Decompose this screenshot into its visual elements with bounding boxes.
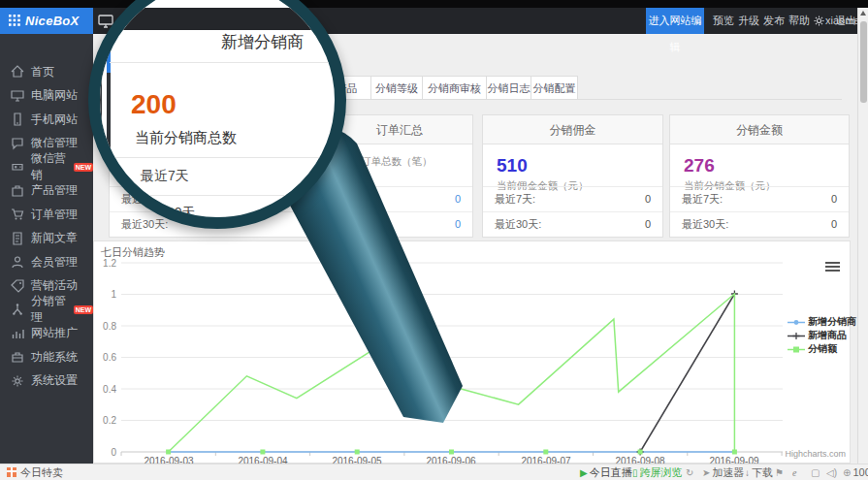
sidebar-item-mobile-site[interactable]: 手机网站 <box>0 108 93 132</box>
sidebar-item-products[interactable]: 产品管理 <box>0 179 93 204</box>
sidebar-item-settings[interactable]: 系统设置 <box>0 369 93 394</box>
new-badge: NEW <box>74 163 93 172</box>
sidebar-item-members[interactable]: 会员管理 <box>0 250 93 274</box>
magnified-card-title: 新增分销商 <box>177 31 346 53</box>
legend-item-new-distributors[interactable]: 新增分销商 <box>788 315 856 329</box>
card-order-summary: 订单汇总 当前订单总数（笔） 最近7天:0 最近30天:0 <box>326 114 473 238</box>
help-link[interactable]: 帮助 <box>787 8 812 34</box>
speaker-icon: ◁) <box>826 467 837 478</box>
logout-link[interactable]: 退出 <box>833 8 858 34</box>
highcharts-watermark: Highcharts.com <box>782 449 846 459</box>
magnified-topbar <box>88 8 346 30</box>
accelerator-button[interactable]: ➤加速器 <box>702 464 744 480</box>
desktop-icon <box>11 89 24 103</box>
tag-icon <box>11 279 24 293</box>
chart-legend: 新增分销商 新增商品 分销额 <box>788 315 856 356</box>
gamepad-icon <box>11 160 24 174</box>
scroll-up-arrow-icon[interactable] <box>860 11 866 16</box>
legend-square-icon <box>788 345 805 354</box>
sidebar-item-promotion[interactable]: 网站推广 <box>0 322 93 346</box>
card-title: 分销佣金 <box>483 115 662 144</box>
tab-distribution-levels[interactable]: 分销等级 <box>370 76 423 100</box>
magnified-card-value-label: 当前分销商总数 <box>135 129 237 147</box>
toolbox-icon <box>11 350 24 364</box>
y-axis-tick: 1 <box>91 289 116 300</box>
tab-distribution-config[interactable]: 分销配置 <box>530 76 578 100</box>
tab-distributor-review[interactable]: 分销商审核 <box>422 76 487 100</box>
today-deals-button[interactable]: 今日特卖 <box>20 464 63 480</box>
divider <box>110 62 338 63</box>
flag-icon: ⚑ <box>775 467 784 478</box>
sound-button[interactable]: ◁) <box>826 464 839 480</box>
magnified-row-7days: 最近7天 <box>141 168 189 185</box>
divider <box>108 157 338 158</box>
person-icon <box>11 255 24 269</box>
gear-icon[interactable] <box>814 16 824 26</box>
bar-chart-icon <box>11 327 24 340</box>
y-axis-tick: 0 <box>91 447 116 458</box>
card-row: 最近30天:0 <box>670 211 849 237</box>
y-axis-tick: 0.6 <box>91 352 116 363</box>
home-icon <box>11 65 24 79</box>
card-commission: 分销佣金 510 当前佣金金额（元） 最近7天:0 最近30天:0 <box>482 114 663 238</box>
tab-distribution-log[interactable]: 分销日志 <box>486 76 531 100</box>
vertical-scrollbar[interactable] <box>857 8 868 464</box>
preview-link[interactable]: 预览 <box>711 8 736 34</box>
card-value-label: 当前订单总数（笔） <box>340 155 472 169</box>
legend-item-new-products[interactable]: 新增商品 <box>788 329 856 342</box>
scrollbar-thumb[interactable] <box>860 21 867 103</box>
gift-icon <box>7 467 16 477</box>
window-icon: ▢ <box>811 467 820 478</box>
legend-line-dot-icon <box>788 318 805 327</box>
y-axis-tick: 1.2 <box>91 258 116 269</box>
line-chart <box>93 240 851 464</box>
publish-link[interactable]: 发布 <box>761 8 787 34</box>
y-axis-tick: 0.2 <box>91 415 116 426</box>
document-icon <box>11 232 24 245</box>
zoom-icon: ⊕ <box>843 467 851 478</box>
sidebar-item-orders[interactable]: 订单管理 <box>0 203 93 227</box>
card-title: 分销金额 <box>670 115 849 144</box>
card-title: 订单汇总 <box>327 115 472 144</box>
history-button[interactable]: ↻ <box>686 464 695 480</box>
sidebar-item-functions[interactable]: 功能系统 <box>0 345 93 369</box>
card-distribution-amount: 分销金额 276 当前分销金额（元） 最近7天:0 最近30天:0 <box>669 114 850 238</box>
zoom-level-button[interactable]: ⊕100% <box>843 464 868 480</box>
today-live-button[interactable]: ▶今日直播 <box>580 464 632 480</box>
card-row: 最近30天:0 <box>483 211 662 237</box>
sidebar-item-pc-site[interactable]: 电脑网站 <box>0 84 93 109</box>
enter-site-edit-button[interactable]: 进入网站编辑 <box>646 8 704 34</box>
legend-item-distribution-amount[interactable]: 分销额 <box>788 342 856 356</box>
card-row: 最近30天:0 <box>327 211 472 237</box>
card-row: 最近7天:0 <box>327 186 472 211</box>
sidebar-item-news[interactable]: 新闻文章 <box>0 227 93 251</box>
cart-icon <box>11 208 24 221</box>
cross-screen-button[interactable]: ▯跨屏浏览 <box>632 464 683 480</box>
status-bar: 今日特卖 ▶今日直播 ▯跨屏浏览 ↻ ➤加速器 ↓下载 ⚑ e ▢ ◁) ⊕10… <box>0 464 868 480</box>
window-mode-button[interactable]: ▢ <box>811 464 821 480</box>
logo[interactable]: NiceBoX <box>0 8 93 34</box>
sidebar-item-distribution[interactable]: 分销管理NEW <box>0 298 93 322</box>
browser-button[interactable]: e <box>792 464 798 480</box>
upgrade-link[interactable]: 升级 <box>736 8 761 34</box>
y-axis-tick: 0.8 <box>91 321 116 332</box>
new-badge: NEW <box>74 305 93 314</box>
card-value: 276 <box>684 155 849 176</box>
magnified-card-value: 200 <box>131 89 177 120</box>
play-icon: ▶ <box>580 467 588 478</box>
card-row: 最近7天:0 <box>670 186 849 211</box>
history-icon: ↻ <box>686 467 693 478</box>
card-value: 510 <box>497 155 662 176</box>
gear-icon <box>11 374 24 388</box>
card-row: 最近7天:0 <box>483 186 662 211</box>
rocket-icon: ➤ <box>702 467 710 478</box>
y-axis-tick: 0.4 <box>91 384 116 395</box>
sidebar-item-home[interactable]: 首页 <box>0 60 93 84</box>
browser-e-icon: e <box>792 467 796 478</box>
download-button[interactable]: ↓下载 <box>745 464 773 480</box>
phone-icon: ▯ <box>632 467 638 478</box>
sidebar-item-wechat-marketing[interactable]: 微信营销NEW <box>0 155 93 179</box>
share-nodes-icon <box>11 303 24 316</box>
apps-grid-icon <box>9 15 20 26</box>
flag-button[interactable]: ⚑ <box>775 464 786 480</box>
